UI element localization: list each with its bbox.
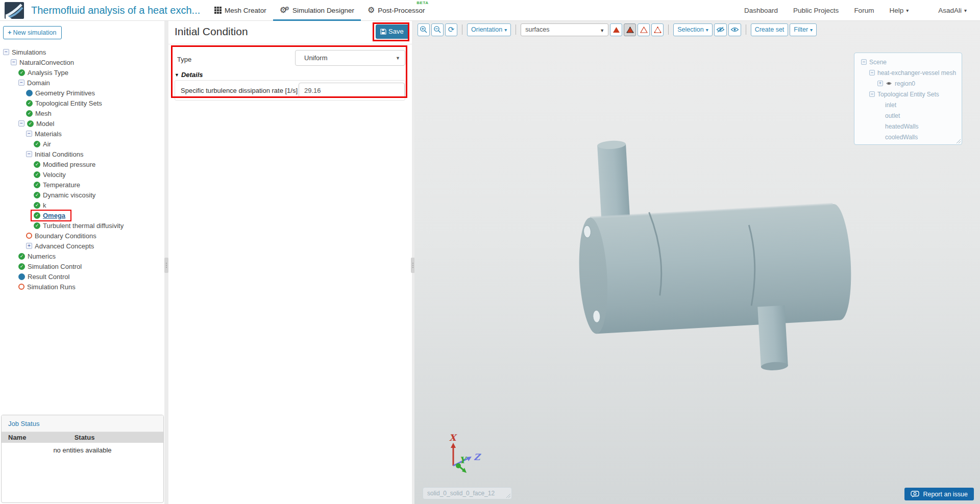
scene-item-label: heat-exchanger-vessel mesh [877, 69, 956, 77]
zoom-in-button[interactable] [418, 23, 430, 36]
check-icon: ✓ [27, 120, 34, 127]
job-status-empty-text: no entities available [2, 443, 163, 454]
scene-tree-panel[interactable]: −Scene−heat-exchanger-vessel mesh+region… [854, 53, 962, 145]
dissipation-rate-input[interactable] [299, 83, 405, 98]
tree-item-result-control[interactable]: Result Control [0, 271, 164, 282]
tree-item-initial-conditions[interactable]: −Initial Conditions [0, 149, 164, 159]
type-label: Type [177, 56, 191, 63]
scene-item-heatedwalls[interactable]: heatedWalls [857, 121, 959, 132]
simscale-logo-icon[interactable] [5, 2, 24, 19]
nav-dashboard[interactable]: Dashboard [744, 7, 778, 14]
scene-item-scene[interactable]: −Scene [857, 57, 959, 67]
nav-help-menu[interactable]: Help▾ [889, 7, 909, 14]
type-select[interactable]: Uniform ▼ [295, 50, 405, 66]
tree-item-temperature[interactable]: ✓Temperature [0, 180, 164, 190]
tree-item-label: Advanced Concepts [35, 242, 94, 250]
tree-item-boundary-conditions[interactable]: Boundary Conditions [0, 231, 164, 241]
outline-triangle-points-icon [654, 27, 662, 33]
scene-item-outlet[interactable]: outlet [857, 110, 959, 121]
tree-item-simulations[interactable]: −Simulations [0, 47, 164, 57]
refresh-view-button[interactable]: ⟳ [445, 23, 457, 36]
tree-item-model[interactable]: −✓Model [0, 118, 164, 129]
tree-item-air[interactable]: ✓Air [0, 139, 164, 149]
scene-item-heat-exchanger-vessel-mesh[interactable]: −heat-exchanger-vessel mesh [857, 67, 959, 78]
expander-minus-icon[interactable]: − [869, 91, 875, 97]
tree-item-k[interactable]: ✓k [0, 200, 164, 210]
save-button[interactable]: Save [376, 24, 409, 39]
check-icon: ✓ [34, 171, 40, 178]
tree-item-label: Simulation Control [28, 263, 82, 270]
expander-minus-icon[interactable]: − [3, 49, 9, 55]
expander-minus-icon[interactable]: − [869, 70, 875, 75]
scene-item-topological-entity-sets[interactable]: −Topological Entity Sets [857, 89, 959, 99]
tree-item-numerics[interactable]: ✓Numerics [0, 251, 164, 261]
scene-item-region0[interactable]: +region0 [857, 78, 959, 89]
nav-user-menu[interactable]: AsadAli▾ [938, 7, 967, 14]
tree-item-materials[interactable]: −Materials [0, 129, 164, 139]
tree-item-turbulent-thermal-diffusivity[interactable]: ✓Turbulent thermal diffusivity [0, 220, 164, 231]
check-icon: ✓ [34, 161, 40, 168]
nav-forum[interactable]: Forum [854, 7, 874, 14]
scene-item-inlet[interactable]: inlet [857, 99, 959, 110]
expander-minus-icon[interactable]: − [26, 131, 32, 137]
tab-mesh-creator[interactable]: Mesh Creator [208, 0, 273, 21]
expander-minus-icon[interactable]: − [861, 59, 867, 65]
tab-post-processor[interactable]: BETA ⚙ Post-Processor [361, 0, 432, 21]
details-section-header[interactable]: ▼ Details [175, 71, 203, 79]
render-mode-surfaces-button[interactable] [610, 23, 622, 36]
tree-item-label: Simulations [12, 48, 46, 56]
zoom-fit-button[interactable] [431, 23, 444, 36]
expander-minus-icon[interactable]: − [18, 120, 24, 127]
tree-item-advanced-concepts[interactable]: +Advanced Concepts [0, 241, 164, 251]
tree-item-velocity[interactable]: ✓Velocity [0, 169, 164, 180]
tree-item-dynamic-viscosity[interactable]: ✓Dynamic viscosity [0, 190, 164, 200]
expander-minus-icon[interactable]: − [18, 80, 24, 86]
show-selection-button[interactable] [728, 23, 741, 36]
tree-item-mesh[interactable]: ✓Mesh [0, 108, 164, 118]
tree-item-omega[interactable]: ✓Omega [0, 210, 164, 220]
viewport-3d[interactable]: ⟳ Orientation ▾ surfaces ▼ [414, 21, 980, 504]
settings-panel: Initial Condition Save Type Uniform ▼ [168, 21, 412, 504]
new-simulation-button[interactable]: + New simulation [3, 26, 62, 39]
tree-item-simulation-runs[interactable]: Simulation Runs [0, 282, 164, 292]
grid-icon [214, 7, 222, 14]
expander-plus-icon[interactable]: + [26, 243, 32, 249]
tree-item-label: Mesh [35, 110, 52, 117]
expander-plus-icon[interactable]: + [877, 81, 883, 86]
surfaces-select[interactable]: surfaces ▼ [521, 23, 608, 36]
render-mode-points-button[interactable] [651, 23, 664, 36]
scene-item-label: Topological Entity Sets [877, 91, 939, 98]
create-set-button[interactable]: Create set [751, 23, 789, 36]
nav-public-projects[interactable]: Public Projects [793, 7, 839, 14]
check-icon: ✓ [26, 110, 33, 117]
left-splitter-handle[interactable] [164, 258, 168, 273]
camera-bubble-icon [911, 491, 919, 497]
selection-dropdown[interactable]: Selection ▾ [673, 23, 712, 36]
report-issue-button[interactable]: Report an issue [904, 488, 974, 500]
expander-minus-icon[interactable]: − [11, 59, 17, 65]
orientation-dropdown[interactable]: Orientation ▾ [467, 23, 511, 36]
top-header: Thermofluid analysis of a heat exch... M… [0, 0, 980, 21]
check-icon: ✓ [34, 202, 40, 209]
project-title[interactable]: Thermofluid analysis of a heat exch... [31, 5, 200, 16]
tree-item-simulation-control[interactable]: ✓Simulation Control [0, 261, 164, 271]
resize-handle-icon[interactable] [955, 138, 961, 143]
tree-item-modified-pressure[interactable]: ✓Modified pressure [0, 159, 164, 169]
hide-selection-button[interactable] [714, 23, 727, 36]
tree-item-naturalconvection[interactable]: −NaturalConvection [0, 57, 164, 67]
tree-item-geometry-primitives[interactable]: Geometry Primitives [0, 88, 164, 98]
tree-item-topological-entity-sets[interactable]: ✓Topological Entity Sets [0, 98, 164, 108]
tree-item-domain[interactable]: −Domain [0, 78, 164, 88]
scene-item-label: Scene [869, 59, 887, 66]
tree-item-label: Numerics [28, 253, 56, 260]
expander-minus-icon[interactable]: − [26, 151, 32, 157]
tree-item-analysis-type[interactable]: ✓Analysis Type [0, 67, 164, 78]
tab-simulation-designer[interactable]: ⚙⚙ Simulation Designer [273, 0, 361, 21]
header-nav: Dashboard Public Projects Forum Help▾ As… [744, 7, 980, 14]
visibility-eye-icon[interactable] [886, 81, 892, 86]
render-mode-wireframe-button[interactable] [638, 23, 650, 36]
check-icon: ✓ [34, 141, 40, 147]
scene-item-cooledwalls[interactable]: cooledWalls [857, 132, 959, 142]
filter-dropdown[interactable]: Filter ▾ [790, 23, 817, 36]
render-mode-surfaces-edges-button[interactable] [624, 23, 636, 36]
